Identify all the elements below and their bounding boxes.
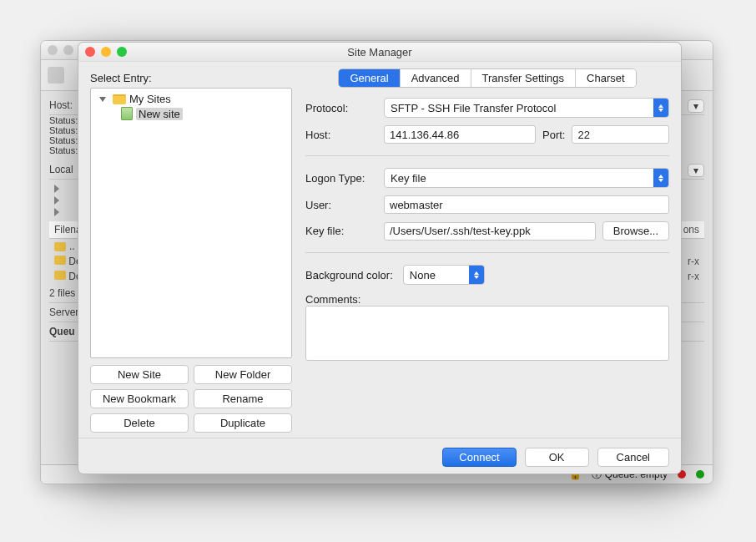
quickconnect-dropdown-icon: ▾ — [688, 99, 704, 113]
chevron-right-icon — [54, 208, 59, 216]
permissions-col: ons — [683, 224, 699, 236]
new-folder-button[interactable]: New Folder — [194, 365, 292, 384]
divider — [305, 155, 669, 156]
port-input[interactable] — [572, 125, 669, 144]
protocol-select[interactable]: SFTP - SSH File Transfer Protocol — [384, 98, 669, 118]
chevron-right-icon — [54, 185, 59, 193]
user-label: User: — [305, 199, 381, 211]
bgcolor-label: Background color: — [305, 269, 393, 281]
host-input[interactable] — [384, 125, 536, 144]
tree-folder-label: My Sites — [129, 93, 171, 105]
user-input[interactable] — [384, 195, 669, 214]
new-site-button[interactable]: New Site — [90, 365, 189, 384]
connect-button[interactable]: Connect — [442, 448, 516, 467]
quickconnect-host-label: Host: — [49, 99, 73, 111]
updown-icon — [469, 266, 484, 284]
folder-icon — [54, 256, 66, 265]
duplicate-button[interactable]: Duplicate — [194, 413, 292, 433]
server-icon — [121, 107, 133, 120]
rename-button[interactable]: Rename — [194, 389, 292, 408]
site-tree[interactable]: My Sites New site — [90, 88, 292, 358]
logon-type-value: Key file — [385, 172, 432, 185]
protocol-value: SFTP - SSH File Transfer Protocol — [385, 102, 562, 114]
tab-charset[interactable]: Charset — [576, 69, 636, 87]
logon-type-label: Logon Type: — [305, 172, 381, 185]
chevron-down-icon[interactable] — [99, 97, 106, 102]
tree-site-new-site[interactable]: New site — [91, 106, 291, 121]
tab-bar: General Advanced Transfer Settings Chars… — [338, 68, 636, 88]
comments-textarea[interactable] — [305, 306, 669, 361]
tree-folder-my-sites[interactable]: My Sites — [91, 92, 291, 106]
divider — [305, 252, 669, 253]
host-label: Host: — [305, 129, 381, 141]
keyfile-label: Key file: — [305, 225, 381, 237]
browse-button[interactable]: Browse... — [602, 221, 669, 241]
close-icon[interactable] — [85, 47, 95, 57]
dialog-title: Site Manager — [347, 46, 411, 58]
keyfile-input[interactable] — [384, 222, 596, 241]
updown-icon — [653, 169, 668, 187]
tab-transfer-settings[interactable]: Transfer Settings — [471, 69, 577, 87]
folder-icon — [54, 271, 66, 280]
cancel-button[interactable]: Cancel — [597, 448, 669, 467]
minimize-icon[interactable] — [101, 47, 111, 57]
tab-advanced[interactable]: Advanced — [401, 69, 471, 87]
zoom-icon[interactable] — [117, 47, 127, 57]
select-entry-label: Select Entry: — [90, 72, 292, 84]
tree-site-label: New site — [136, 108, 183, 120]
site-manager-dialog: Site Manager Select Entry: My Sites New … — [78, 42, 682, 474]
tab-general[interactable]: General — [339, 69, 400, 87]
parent-minimize-icon — [63, 45, 73, 55]
new-bookmark-button[interactable]: New Bookmark — [90, 389, 189, 408]
toolbar-icon — [48, 67, 64, 84]
folder-icon — [54, 242, 66, 251]
dialog-footer: Connect OK Cancel — [78, 438, 681, 475]
protocol-label: Protocol: — [305, 102, 381, 114]
updown-icon — [653, 99, 668, 117]
delete-button[interactable]: Delete — [90, 413, 189, 433]
port-label: Port: — [542, 129, 565, 141]
comments-label: Comments: — [305, 293, 669, 306]
logon-type-select[interactable]: Key file — [384, 168, 669, 188]
folder-icon — [113, 94, 126, 104]
dialog-titlebar: Site Manager — [78, 43, 681, 62]
chevron-right-icon — [54, 196, 59, 205]
remote-dropdown-icon: ▾ — [688, 164, 704, 177]
bgcolor-value: None — [404, 269, 441, 281]
ok-button[interactable]: OK — [525, 448, 589, 467]
bgcolor-select[interactable]: None — [403, 265, 485, 285]
status-dot-green-icon — [696, 470, 704, 479]
parent-close-icon — [48, 45, 58, 55]
